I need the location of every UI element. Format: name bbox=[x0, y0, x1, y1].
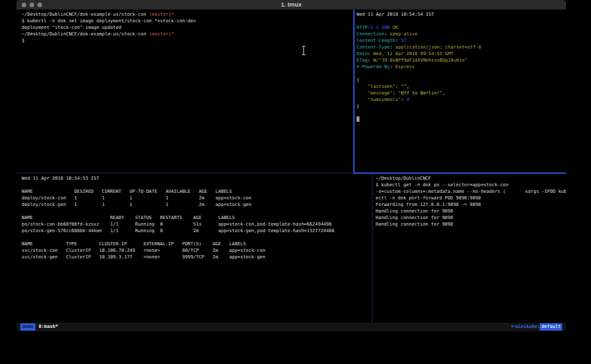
terminal-line: NAME DESIRED CURRENT UP-TO-DATE AVAILABL… bbox=[22, 188, 377, 195]
terminal-line: $ kubectl get -n dok po --selector=app=s… bbox=[376, 182, 566, 188]
terminal-line: ~/Desktop/DublinCNCF/dok-example-us/stoc… bbox=[22, 11, 359, 18]
kube-namespace-badge: default bbox=[540, 323, 562, 331]
terminal-line: po/stock-gen-576cc688bb-44kmn 1/1 Runnin… bbox=[22, 228, 377, 234]
terminal-line bbox=[22, 234, 377, 241]
terminal-line: Date: Wed, 11 Apr 2018 09:54:55 GMT bbox=[357, 51, 566, 57]
terminal-line: -o=custom-columns=:metadata.name --no-he… bbox=[376, 188, 566, 195]
terminal-window: 1. tmux ~/Desktop/DublinCNCF/dok-example… bbox=[16, 0, 566, 331]
mouse-ibeam-cursor bbox=[301, 46, 306, 55]
terminal-line: Handling connection for 9898 bbox=[376, 221, 566, 228]
terminal-line: Handling connection for 9898 bbox=[376, 208, 566, 214]
minimize-button[interactable] bbox=[30, 3, 34, 7]
terminal-line: Wed 11 Apr 2018 10:54:53 IST bbox=[22, 175, 377, 182]
terminal-line: deploy/stock-con 1 1 1 1 2m app=stock-co… bbox=[22, 195, 377, 201]
pane-bottom-left-kubectl-watch[interactable]: Wed 11 Apr 2018 10:54:53 IST NAME DESIRE… bbox=[16, 174, 377, 325]
pane-top-left-shell[interactable]: ~/Desktop/DublinCNCF/dok-example-us/stoc… bbox=[16, 10, 359, 174]
terminal-line: Connection: keep-alive bbox=[357, 31, 566, 37]
terminal-line: svc/stock-con ClusterIP 10.106.78.249 <n… bbox=[22, 247, 377, 254]
terminal-line: Content-Type: application/json; charset=… bbox=[357, 44, 566, 51]
pane-bottom-right-port-forward[interactable]: ~/Desktop/DublinCNCF$ kubectl get -n dok… bbox=[373, 174, 566, 325]
kube-context-label: minikube bbox=[515, 323, 538, 331]
zoom-button[interactable] bbox=[37, 3, 42, 7]
title-bar: 1. tmux bbox=[16, 0, 566, 10]
terminal-line: { bbox=[357, 77, 566, 83]
terminal-line: "lastseen": "", bbox=[357, 83, 566, 90]
terminal-line: $ bbox=[22, 37, 359, 44]
traffic-lights bbox=[22, 3, 42, 7]
terminal-line: po/stock-con-bb68f88fd-kzsxz 1/1 Running… bbox=[22, 221, 377, 228]
terminal-line: deploy/stock-gen 1 1 1 1 2m app=stock-ge… bbox=[22, 201, 377, 208]
window-tab-bash[interactable]: 0:bash* bbox=[39, 323, 58, 331]
window-title: 1. tmux bbox=[16, 0, 566, 9]
terminal-line: deployment "stock-con" image updated bbox=[22, 24, 359, 31]
session-name-badge: demo bbox=[20, 323, 35, 331]
terminal-line bbox=[357, 18, 566, 24]
terminal-line bbox=[357, 110, 566, 116]
terminal-line bbox=[22, 182, 377, 188]
terminal-line: ~/Desktop/DublinCNCF/dok-example-us/stoc… bbox=[22, 31, 359, 37]
terminal-line bbox=[357, 70, 566, 77]
terminal-line: svc/stock-gen ClusterIP 10.109.3.177 <no… bbox=[22, 254, 377, 260]
terminal-line: ~/Desktop/DublinCNCF bbox=[376, 175, 566, 182]
terminal-line: } bbox=[357, 103, 566, 110]
terminal-line bbox=[22, 208, 377, 214]
terminal-line: X-Powered-By: Express bbox=[357, 64, 566, 70]
terminal-line: HTTP/1.1 200 OK bbox=[357, 24, 566, 31]
tmux-session-area: ~/Desktop/DublinCNCF/dok-example-us/stoc… bbox=[16, 10, 566, 323]
terminal-line: NAME TYPE CLUSTER-IP EXTERNAL-IP PORT(S)… bbox=[22, 241, 377, 247]
terminal-line: █ bbox=[357, 116, 566, 123]
tmux-status-bar: demo 0:bash* ☸ minikube : default bbox=[16, 323, 566, 331]
terminal-line: Wed 11 Apr 2018 10:54:54 IST bbox=[357, 11, 566, 18]
terminal-line: ETag: W/"39-0xBPf9aF1dXVNkhsxoBQgJ8vKzo" bbox=[357, 57, 566, 64]
terminal-line: NAME READY STATUS RESTARTS AGE LABELS bbox=[22, 214, 377, 221]
terminal-line: "numsymbols": 4 bbox=[357, 96, 566, 103]
terminal-line: Forwarding from 127.0.0.1:9898 -> 9898 bbox=[376, 201, 566, 208]
terminal-line: ectl -n dok port-forward POD 9898:9898 bbox=[376, 195, 566, 201]
terminal-line: Content-Length: 57 bbox=[357, 37, 566, 44]
kubernetes-wheel-icon: ☸ bbox=[511, 323, 514, 331]
terminal-line: "message": "Off to Berlin!", bbox=[357, 90, 566, 96]
terminal-line: Handling connection for 9898 bbox=[376, 214, 566, 221]
close-button[interactable] bbox=[22, 3, 26, 7]
pane-top-right-http-response[interactable]: Wed 11 Apr 2018 10:54:54 IST HTTP/1.1 20… bbox=[355, 10, 566, 174]
terminal-line: $ kubectl -n dok set image deployment/st… bbox=[22, 18, 359, 24]
